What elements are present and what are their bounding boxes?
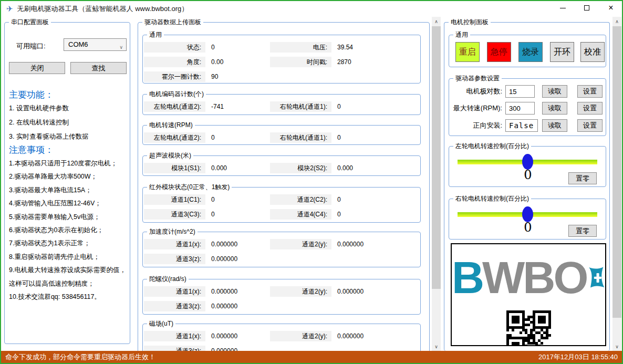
window-controls: × (551, 0, 623, 16)
section-title: 磁场(uT) (147, 319, 175, 328)
data-row: 角度:0.00 时间戳:2870 (143, 57, 420, 67)
scrollbar-thumb[interactable] (612, 26, 621, 318)
note-item: 4.驱动管输入电压范围12-46V； (9, 197, 126, 210)
field-label: 通道2(y): (270, 331, 331, 341)
data-row: 通道1(x):0.000000 通道2(y):0.000000 (143, 239, 420, 249)
field-label: 通道3(C3): (144, 209, 205, 220)
read-button[interactable]: 读取 (542, 102, 567, 115)
right-zero-button[interactable]: 置零 (568, 225, 597, 237)
data-row: 通道3(z):0.000000 (143, 254, 420, 264)
section-infrared: 红外模块状态(0正常、1触发) 通道1(C1):0 通道2(C2):0 通道3(… (142, 187, 421, 223)
section-title: 电机编码器计数(个) (147, 90, 206, 99)
emergency-stop-button[interactable]: 急停 (487, 42, 511, 62)
control-panel-title: 电机控制面板 (449, 18, 491, 27)
title-bar: ✈ 无刷电机驱动器工具（蓝鲸智能机器人 www.bwbot.org） (1, 1, 622, 17)
open-loop-button[interactable]: 开环 (550, 42, 574, 62)
field-label: 时间戳: (270, 57, 331, 67)
pole-pairs-input[interactable] (505, 85, 535, 98)
field-value: 0.000000 (331, 286, 364, 297)
field-label: 霍尔一圈计数: (144, 71, 205, 82)
section-rpm: 电机转速(RPM) 左轮电机(通道2):0 右轮电机(通道1):0 (142, 125, 421, 145)
left-wheel-speed-group: 左轮电机转速控制(百分比) 0 置零 (449, 146, 606, 187)
field-label: 通道1(x): (144, 331, 205, 341)
left-zero-button[interactable]: 置零 (568, 172, 597, 184)
field-value: 0.000000 (205, 286, 237, 297)
driver-params-group: 驱动器参数设置 电机极对数: 读取 设置 最大转速(RPM): 读取 设置 正向… (449, 78, 606, 136)
functions-list: 1. 设置电机硬件参数2. 在线电机转速控制3. 实时查看驱动器上传数据 (9, 101, 88, 144)
window-title: 无刷电机驱动器工具（蓝鲸智能机器人 www.bwbot.org） (17, 4, 189, 14)
field-label: 状态: (144, 42, 205, 53)
chevron-down-icon: ∨ (119, 41, 123, 53)
data-row: 通道1(C1):0 通道2(C2):0 (143, 194, 420, 205)
field-value: 0.000000 (205, 254, 237, 264)
set-button[interactable]: 设置 (577, 102, 603, 115)
field-label: 通道3(z): (144, 301, 205, 311)
note-item: 9.电机最大转速推荐设成实际需要的值， (9, 264, 126, 277)
param-label: 正向安装: (452, 119, 502, 132)
field-value: 90 (205, 71, 218, 82)
close-port-button[interactable]: 关闭 (9, 62, 65, 74)
note-item: 5.驱动器需要单独输入5v电源； (9, 211, 126, 224)
field-value: 0 (331, 101, 341, 112)
right-wheel-speed-group: 右轮电机转速控制(百分比) 0 置零 (449, 199, 606, 240)
calibrate-button[interactable]: 校准 (580, 42, 605, 62)
field-label: 通道2(y): (270, 239, 331, 249)
minimize-button[interactable] (551, 0, 575, 16)
scroll-down-icon[interactable]: ∨ (432, 342, 441, 351)
field-value: 0 (205, 209, 215, 220)
field-label: 电压: (270, 42, 331, 53)
port-combobox[interactable]: COM6 ∨ (64, 38, 127, 51)
maximize-icon (584, 5, 589, 11)
field-value: 0 (205, 194, 215, 205)
restart-button[interactable]: 重启 (455, 42, 480, 62)
data-row: 通道3(C3):0 通道4(C4):0 (143, 209, 420, 220)
group-title: 通用 (453, 30, 470, 39)
param-label: 电机极对数: (452, 85, 502, 98)
max-rpm-input[interactable] (505, 102, 535, 115)
set-button[interactable]: 设置 (577, 85, 603, 98)
field-value: 0.000000 (205, 331, 237, 341)
field-label: 通道2(C2): (270, 194, 331, 205)
read-button[interactable]: 读取 (542, 119, 567, 132)
forward-install-input[interactable] (505, 119, 538, 132)
note-item: 6.驱动器状态为0表示在初始化； (9, 224, 126, 237)
whale-tail-icon (587, 248, 605, 307)
burn-button[interactable]: 烧录 (518, 42, 543, 62)
data-panel-title: 驱动器数据上传面板 (142, 18, 203, 27)
functions-heading: 主要功能： (9, 89, 54, 101)
bwbot-logo: BWBO (451, 243, 606, 346)
param-row: 正向安装: 读取 设置 (449, 119, 606, 132)
section-encoder: 电机编码器计数(个) 左轮电机(通道2):-741 右轮电机(通道1):0 (142, 94, 421, 115)
status-datetime: 2017年12月03日 18:55:40 (538, 352, 618, 362)
data-panel-scrollbar[interactable]: ∧ ∨ (432, 17, 441, 351)
qr-code (506, 310, 553, 345)
data-row: 状态:0 电压:39.54 (143, 42, 420, 53)
field-value: 0.000000 (331, 239, 364, 249)
control-panel-scrollbar[interactable]: ∧ ∨ (612, 17, 621, 351)
field-value: 0.000000 (205, 239, 237, 249)
field-label: 通道1(x): (144, 239, 205, 249)
field-label: 模块2(S2): (270, 163, 331, 173)
scroll-up-icon[interactable]: ∧ (432, 17, 441, 26)
scroll-down-icon[interactable]: ∨ (612, 342, 621, 351)
data-row: 霍尔一圈计数:90 (143, 71, 420, 82)
serial-panel-title: 串口配置面板 (9, 18, 51, 27)
function-item: 1. 设置电机硬件参数 (9, 101, 88, 116)
read-button[interactable]: 读取 (542, 85, 567, 98)
maximize-button[interactable] (575, 0, 599, 16)
find-port-button[interactable]: 查找 (70, 62, 127, 74)
serial-config-panel: 串口配置面板 可用端口: COM6 ∨ 关闭 查找 主要功能： 1. 设置电机硬… (4, 22, 130, 344)
note-item: 这样可以提高低速控制精度； (9, 277, 126, 290)
data-row: 通道3(z):0.000000 (143, 301, 420, 311)
note-item: 1.本驱动器只适用于120度霍尔电机； (9, 157, 126, 170)
field-label: 模块1(S1): (144, 163, 205, 173)
section-title: 加速度计(m/s^2) (147, 227, 198, 236)
set-button[interactable]: 设置 (577, 119, 603, 132)
scroll-up-icon[interactable]: ∧ (612, 17, 621, 26)
scrollbar-thumb[interactable] (432, 26, 441, 289)
data-row: 模块1(S1):0.000 模块2(S2):0.000 (143, 163, 420, 173)
note-item: 7.驱动器状态为1表示正常； (9, 237, 126, 250)
field-value: 2870 (331, 57, 351, 67)
field-label: 右轮电机(通道1): (270, 101, 331, 112)
close-button[interactable]: × (599, 0, 623, 16)
